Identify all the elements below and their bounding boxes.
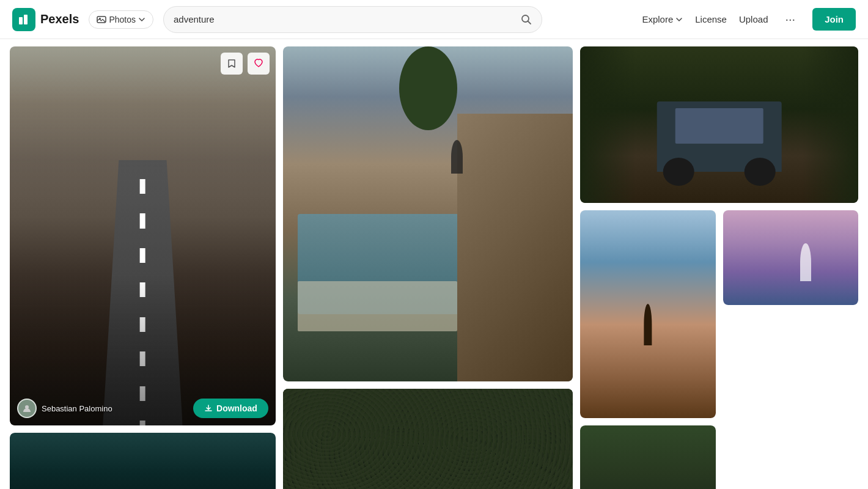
photo-card-beach[interactable]: [723, 210, 858, 305]
header-nav: Explore License Upload ··· Join: [642, 8, 856, 31]
logo-link[interactable]: Pexels: [12, 8, 79, 31]
photo-card-desert[interactable]: [580, 210, 715, 418]
nav-upload[interactable]: Upload: [739, 14, 768, 24]
explore-chevron-icon: [675, 16, 683, 23]
download-icon-road: [204, 404, 213, 413]
column-3: Adventure is Out There 🗺️ 📋 180: [580, 46, 858, 489]
search-input[interactable]: [174, 14, 521, 24]
heart-icon: [254, 59, 263, 68]
photo-card-jeep[interactable]: [580, 46, 858, 203]
logo-icon: [12, 8, 35, 31]
photo-card-forest-mist[interactable]: [580, 425, 715, 489]
card-footer-road: Sebastian Palomino Download: [17, 399, 268, 418]
photo-card-road[interactable]: Sebastian Palomino Download: [10, 46, 276, 425]
logo-text: Pexels: [40, 12, 79, 26]
card-actions-top-road: [221, 53, 270, 75]
photo-card-forest[interactable]: [283, 389, 573, 489]
download-label-road: Download: [216, 403, 257, 413]
avatar-road: [17, 399, 37, 418]
photo-card-cliff[interactable]: [283, 46, 573, 381]
collect-button-road[interactable]: [221, 53, 243, 75]
photo-card-bottom-1[interactable]: [10, 433, 276, 489]
svg-rect-1: [24, 15, 28, 24]
nav-license[interactable]: License: [695, 14, 727, 24]
card-overlay-road: [10, 46, 276, 425]
header: Pexels Photos Explore License Upl: [0, 0, 868, 39]
like-button-road[interactable]: [248, 53, 270, 75]
chevron-down-icon: [138, 16, 145, 23]
join-button[interactable]: Join: [812, 8, 856, 31]
svg-rect-0: [19, 17, 23, 24]
photographer-name-road: Sebastian Palomino: [42, 404, 112, 413]
photo-grid: Sebastian Palomino Download: [10, 46, 858, 489]
photos-dropdown[interactable]: Photos: [89, 10, 153, 29]
user-avatar-icon: [22, 403, 32, 413]
download-button-road[interactable]: Download: [193, 399, 268, 418]
svg-line-5: [528, 21, 531, 24]
bookmark-icon: [227, 59, 237, 68]
search-icon: [521, 14, 532, 25]
small-photos-grid: [580, 210, 858, 489]
photographer-road: Sebastian Palomino: [17, 399, 112, 418]
column-2: [283, 46, 573, 489]
photos-label: Photos: [109, 15, 136, 24]
main-content: Sebastian Palomino Download: [0, 39, 868, 489]
more-button[interactable]: ···: [780, 10, 800, 29]
search-bar: [163, 6, 542, 33]
nav-explore[interactable]: Explore: [642, 14, 683, 24]
search-button[interactable]: [521, 14, 532, 25]
photo-icon: [97, 15, 106, 24]
column-1: Sebastian Palomino Download: [10, 46, 276, 489]
